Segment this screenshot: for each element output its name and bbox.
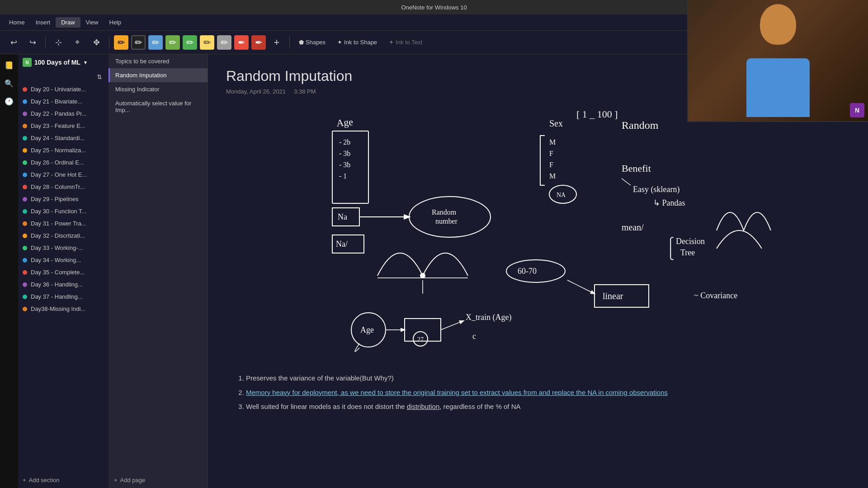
svg-text:Age: Age: [336, 116, 354, 129]
svg-text:Random: Random: [622, 119, 659, 131]
section-label-16: Day 36 - Handling...: [31, 281, 83, 288]
sidebar-item-0[interactable]: Day 20 - Univariate...: [18, 83, 108, 95]
sidebar-item-5[interactable]: Day 25 - Normaliza...: [18, 144, 108, 156]
menu-draw[interactable]: Draw: [56, 17, 80, 28]
search-button[interactable]: 🔍: [2, 76, 16, 90]
page-item-3[interactable]: Automatically select value for Imp...: [108, 96, 208, 117]
sidebar-item-14[interactable]: Day 34 - Working...: [18, 254, 108, 266]
history-button[interactable]: 🕐: [2, 94, 16, 108]
svg-point-25: [420, 273, 425, 278]
svg-text:c: c: [472, 332, 476, 341]
notebook-chevron: ▾: [84, 60, 87, 66]
pen-dark-red[interactable]: ✒: [251, 35, 266, 50]
person-body: [746, 58, 810, 117]
move-button[interactable]: ✥: [88, 34, 104, 51]
page-label-2: Missing Indicator: [115, 86, 160, 93]
sidebar-item-4[interactable]: Day 24 - Standardi...: [18, 132, 108, 144]
sidebar-item-9[interactable]: Day 29 - Pipelines: [18, 193, 108, 205]
ink-shape-icon: ✦: [337, 39, 342, 46]
pen-red[interactable]: ✒: [234, 35, 249, 50]
section-label-9: Day 29 - Pipelines: [31, 196, 79, 202]
menu-home[interactable]: Home: [4, 17, 30, 28]
sidebar-item-17[interactable]: Day 37 - Handling...: [18, 291, 108, 303]
section-dot-9: [23, 197, 27, 202]
section-label-13: Day 33 - Working-...: [31, 244, 83, 251]
sidebar-item-16[interactable]: Day 36 - Handling...: [18, 278, 108, 291]
lasso-button[interactable]: ⌖: [69, 34, 85, 51]
pen-black[interactable]: ✏: [131, 35, 146, 50]
svg-text:27: 27: [417, 336, 424, 343]
sidebar: N 100 Days of ML ▾ ⇅ Day 20 - Univariate…: [18, 54, 108, 488]
add-section-button[interactable]: + Add section: [18, 472, 108, 488]
bullet-list: Preserves the variance of the variable(B…: [226, 372, 850, 413]
menu-help[interactable]: Help: [104, 17, 127, 28]
svg-text:mean/: mean/: [622, 222, 644, 232]
svg-text:60-70: 60-70: [518, 267, 537, 276]
pen-green[interactable]: ✏: [183, 35, 197, 50]
section-label-4: Day 24 - Standardi...: [31, 135, 85, 141]
sidebar-item-8[interactable]: Day 28 - ColumnTr...: [18, 181, 108, 193]
svg-text:Easy (sklearn): Easy (sklearn): [633, 185, 679, 194]
notebook-nav-button[interactable]: 📒: [2, 58, 16, 72]
add-pen-button[interactable]: +: [269, 34, 285, 51]
page-item-1[interactable]: Random Imputation: [108, 68, 208, 82]
sidebar-item-10[interactable]: Day 30 - Function T...: [18, 205, 108, 217]
menu-view[interactable]: View: [80, 17, 104, 28]
svg-text:Age: Age: [360, 325, 374, 334]
svg-text:Random: Random: [432, 208, 457, 216]
section-label-18: Day38-Missing Indi...: [31, 305, 85, 312]
svg-text:linear: linear: [603, 291, 623, 301]
onenote-logo-badge: N: [850, 103, 864, 117]
notebook-header[interactable]: N 100 Days of ML ▾: [18, 54, 108, 70]
svg-text:- 1: - 1: [339, 172, 347, 180]
section-label-0: Day 20 - Univariate...: [31, 86, 86, 93]
svg-text:Tree: Tree: [680, 248, 695, 257]
menu-insert[interactable]: Insert: [30, 17, 56, 28]
section-label-2: Day 22 - Pandas Pr...: [31, 110, 87, 117]
sidebar-item-15[interactable]: Day 35 - Complete...: [18, 266, 108, 278]
ink-text-icon: ✦: [389, 39, 394, 46]
page-item-2[interactable]: Missing Indicator: [108, 82, 208, 96]
add-page-button[interactable]: + Add page: [108, 472, 208, 488]
select-button[interactable]: ⊹: [50, 34, 66, 51]
undo-button[interactable]: ↩: [5, 34, 22, 51]
page-date: Monday, April 26, 2021: [226, 88, 286, 95]
pen-orange[interactable]: ✏: [114, 35, 128, 50]
sidebar-item-6[interactable]: Day 26 - Ordinal E...: [18, 156, 108, 169]
section-dot-0: [23, 87, 27, 92]
svg-text:- 3b: - 3b: [339, 150, 350, 157]
sections-list: Day 20 - Univariate...Day 21 - Bivariate…: [18, 83, 108, 315]
webcam-overlay: N: [687, 54, 868, 122]
sidebar-item-2[interactable]: Day 22 - Pandas Pr...: [18, 108, 108, 120]
svg-text:↳ Pandas: ↳ Pandas: [653, 198, 685, 207]
separator-2: [109, 36, 109, 49]
ink-to-shape-button[interactable]: ✦ Ink to Shape: [333, 37, 382, 47]
sidebar-item-13[interactable]: Day 33 - Working-...: [18, 242, 108, 254]
sort-sections-button[interactable]: ⇅: [94, 71, 105, 82]
sidebar-item-1[interactable]: Day 21 - Bivariate...: [18, 95, 108, 108]
sidebar-item-11[interactable]: Day 31 - Power Tra...: [18, 217, 108, 230]
section-dot-7: [23, 173, 27, 177]
notebook-icon: N: [23, 58, 32, 67]
page-item-0[interactable]: Topics to be covered: [108, 54, 208, 68]
notebook-name: 100 Days of ML: [34, 59, 80, 66]
sidebar-item-7[interactable]: Day 27 - One Hot E...: [18, 169, 108, 181]
pen-yellow[interactable]: ✏: [200, 35, 214, 50]
sidebar-item-18[interactable]: Day38-Missing Indi...: [18, 303, 108, 315]
sections-header: ⇅: [18, 70, 108, 83]
pen-blue-light[interactable]: ✏: [165, 35, 180, 50]
ink-to-text-button: ✦ Ink to Text: [384, 37, 427, 47]
svg-text:number: number: [435, 217, 458, 225]
shapes-button[interactable]: ⬟ Shapes: [294, 37, 330, 47]
sidebar-item-3[interactable]: Day 23 - Feature E...: [18, 120, 108, 132]
redo-button[interactable]: ↪: [24, 34, 41, 51]
pen-gray[interactable]: ✏: [217, 35, 231, 50]
section-label-10: Day 30 - Function T...: [31, 208, 86, 215]
section-dot-17: [23, 295, 27, 299]
separator-1: [45, 36, 46, 49]
drawing-area[interactable]: Age - 2b - 3b - 3b - 1 Na: [226, 104, 850, 413]
sidebar-item-12[interactable]: Day 32 - Discrtizati...: [18, 230, 108, 242]
svg-text:X_train (Age): X_train (Age): [466, 313, 511, 322]
pen-blue[interactable]: ✏: [148, 35, 163, 50]
section-dot-18: [23, 307, 27, 311]
